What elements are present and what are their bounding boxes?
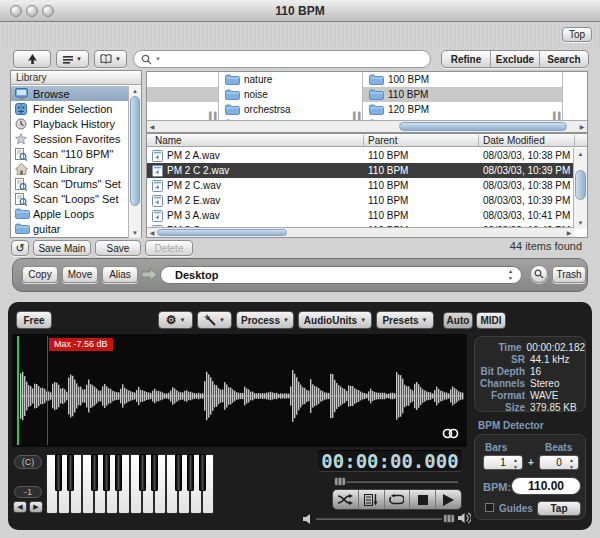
column-resize-handle[interactable]: ▌▌ bbox=[209, 112, 219, 119]
exclude-button[interactable]: Exclude bbox=[490, 51, 539, 67]
midi-button[interactable]: MIDI bbox=[476, 312, 506, 329]
file-row-pm-3-a-wav[interactable]: PM 3 A.wav110 BPM08/03/03, 10:41 PM bbox=[147, 208, 574, 223]
minimize-window-icon[interactable] bbox=[26, 5, 38, 17]
scroll-up-icon[interactable]: ▲ bbox=[129, 87, 141, 95]
view-list-button[interactable]: ▼ bbox=[56, 50, 89, 68]
sidebar-item-playback-history[interactable]: Playback History bbox=[11, 116, 128, 131]
bookmarks-button[interactable]: ▼ bbox=[94, 50, 127, 68]
close-window-icon[interactable] bbox=[10, 5, 22, 17]
scrub-slider-thumb[interactable] bbox=[334, 477, 346, 486]
key-reference-button[interactable]: (C) bbox=[14, 455, 42, 469]
piano-black-key[interactable] bbox=[91, 454, 98, 491]
save-button[interactable]: Save bbox=[95, 240, 141, 256]
scroll-right-icon[interactable]: ▶ bbox=[577, 121, 587, 132]
bpm-field[interactable]: 110.00 bbox=[511, 477, 581, 495]
sidebar-item-item[interactable] bbox=[11, 236, 128, 238]
destination-select[interactable]: Desktop ▲▼ bbox=[160, 266, 522, 284]
waveform-display[interactable]: Max -7.56 dB bbox=[12, 334, 467, 447]
scroll-down-icon[interactable]: ▼ bbox=[574, 219, 587, 227]
refine-button[interactable]: Refine bbox=[442, 51, 490, 67]
piano-black-key[interactable] bbox=[175, 454, 182, 491]
browser-folder-120-bpm[interactable]: 120 BPM bbox=[363, 102, 562, 117]
loop-button[interactable] bbox=[384, 490, 410, 509]
piano-black-key[interactable] bbox=[67, 454, 74, 491]
sidebar-scrollbar[interactable]: ▲ ▼ bbox=[128, 86, 141, 238]
zoom-window-icon[interactable] bbox=[42, 5, 54, 17]
free-button[interactable]: Free bbox=[16, 311, 52, 329]
play-button[interactable] bbox=[435, 490, 461, 509]
copy-button[interactable]: Copy bbox=[22, 266, 58, 283]
column-header-parent[interactable]: Parent bbox=[368, 134, 397, 147]
refresh-button[interactable]: ↺ bbox=[11, 240, 29, 256]
column-resize-handle[interactable]: ▌▌ bbox=[553, 112, 563, 119]
move-button[interactable]: Move bbox=[62, 266, 98, 283]
top-button[interactable]: Top bbox=[562, 27, 592, 42]
scroll-left-icon[interactable]: ◀ bbox=[147, 228, 157, 237]
tools-button[interactable]: ▼ bbox=[197, 311, 232, 329]
audiounits-button[interactable]: AudioUnits ▼ bbox=[298, 311, 372, 329]
sidebar-item-finder-selection[interactable]: Finder Selection bbox=[11, 101, 128, 116]
browser-column-1[interactable] bbox=[147, 72, 218, 122]
save-main-button[interactable]: Save Main bbox=[33, 240, 91, 256]
shuffle-button[interactable] bbox=[333, 490, 358, 509]
stereo-channels-icon[interactable] bbox=[442, 428, 459, 439]
octave-down-button[interactable]: ◀ bbox=[13, 501, 27, 513]
file-row-pm-2-a-wav[interactable]: PM 2 A.wav110 BPM08/03/03, 10:38 PM bbox=[147, 148, 574, 163]
sidebar-item-apple-loops[interactable]: Apple Loops bbox=[11, 206, 128, 221]
playlist-button[interactable] bbox=[358, 490, 384, 509]
playhead-marker[interactable] bbox=[17, 336, 19, 445]
browser-row-empty[interactable] bbox=[147, 102, 218, 117]
browser-folder-noise[interactable]: noise bbox=[219, 87, 362, 102]
auto-toggle-button[interactable]: Auto bbox=[443, 312, 473, 329]
browser-row-empty[interactable] bbox=[147, 72, 218, 87]
sidebar-item-main-library[interactable]: Main Library bbox=[11, 161, 128, 176]
destination-search-button[interactable] bbox=[530, 265, 548, 283]
tap-button[interactable]: Tap bbox=[537, 501, 581, 516]
search-input[interactable]: ▼ bbox=[133, 50, 431, 68]
header-divider[interactable] bbox=[363, 135, 364, 146]
scrollbar-thumb[interactable] bbox=[399, 122, 567, 131]
pointer-up-button[interactable] bbox=[13, 50, 51, 68]
browser-folder-100-bpm[interactable]: 100 BPM bbox=[363, 72, 562, 87]
sidebar-item-guitar[interactable]: guitar bbox=[11, 221, 128, 236]
piano-black-key[interactable] bbox=[103, 454, 110, 491]
octave-up-button[interactable]: ▶ bbox=[29, 501, 43, 513]
piano-black-key[interactable] bbox=[115, 454, 122, 491]
sidebar-item-session-favorites[interactable]: Session Favorites bbox=[11, 131, 128, 146]
file-row-pm-2-c-2-wav[interactable]: PM 2 C 2.wav110 BPM08/03/03, 10:39 PM bbox=[147, 163, 574, 178]
delete-button[interactable]: Delete bbox=[145, 240, 193, 256]
sidebar-item-scan-loops-set[interactable]: Scan "Loops" Set bbox=[11, 191, 128, 206]
settings-button[interactable]: ⚙ ▼ bbox=[158, 311, 193, 329]
presets-button[interactable]: Presets ▼ bbox=[376, 311, 434, 329]
scroll-left-icon[interactable]: ◀ bbox=[147, 121, 157, 132]
scrollbar-thumb[interactable] bbox=[130, 96, 140, 206]
browser-folder-orchestrsa[interactable]: orchestrsa bbox=[219, 102, 362, 117]
sidebar-item-browse[interactable]: Browse bbox=[11, 86, 128, 101]
column-header-name[interactable]: Name bbox=[155, 134, 182, 147]
scroll-down-icon[interactable]: ▼ bbox=[129, 229, 141, 237]
volume-slider-thumb[interactable] bbox=[443, 514, 455, 523]
piano-black-key[interactable] bbox=[55, 454, 62, 491]
file-row-pm-2-c-wav[interactable]: PM 2 C.wav110 BPM08/03/03, 10:38 PM bbox=[147, 178, 574, 193]
bars-stepper[interactable]: 1 ▲▼ bbox=[483, 455, 523, 470]
process-button[interactable]: Process ▼ bbox=[236, 311, 294, 329]
file-list-horizontal-scrollbar[interactable]: ◀ ▶ bbox=[147, 227, 574, 237]
stop-button[interactable] bbox=[409, 490, 435, 509]
search-button[interactable]: Search bbox=[539, 51, 588, 67]
browser-folder-nature[interactable]: nature bbox=[219, 72, 362, 87]
guides-checkbox[interactable] bbox=[485, 503, 494, 512]
alias-button[interactable]: Alias bbox=[102, 266, 138, 283]
scroll-right-icon[interactable]: ▶ bbox=[564, 228, 574, 237]
piano-black-key[interactable] bbox=[139, 454, 146, 491]
scrollbar-thumb[interactable] bbox=[575, 170, 586, 200]
piano-black-key[interactable] bbox=[151, 454, 158, 491]
sidebar-item-scan-110-bpm[interactable]: Scan "110 BPM" bbox=[11, 146, 128, 161]
sidebar-item-scan-drums-set[interactable]: Scan "Drums" Set bbox=[11, 176, 128, 191]
volume-slider[interactable] bbox=[316, 518, 442, 520]
browser-row-empty-selected[interactable] bbox=[147, 87, 218, 102]
file-row-pm-2-e-wav[interactable]: PM 2 E.wav110 BPM08/03/03, 10:39 PM bbox=[147, 193, 574, 208]
column-header-date-modified[interactable]: Date Modified bbox=[483, 134, 545, 147]
browser-horizontal-scrollbar[interactable]: ◀ ▶ bbox=[147, 120, 587, 132]
beats-stepper[interactable]: 0 ▲▼ bbox=[539, 455, 579, 470]
header-divider[interactable] bbox=[478, 135, 479, 146]
